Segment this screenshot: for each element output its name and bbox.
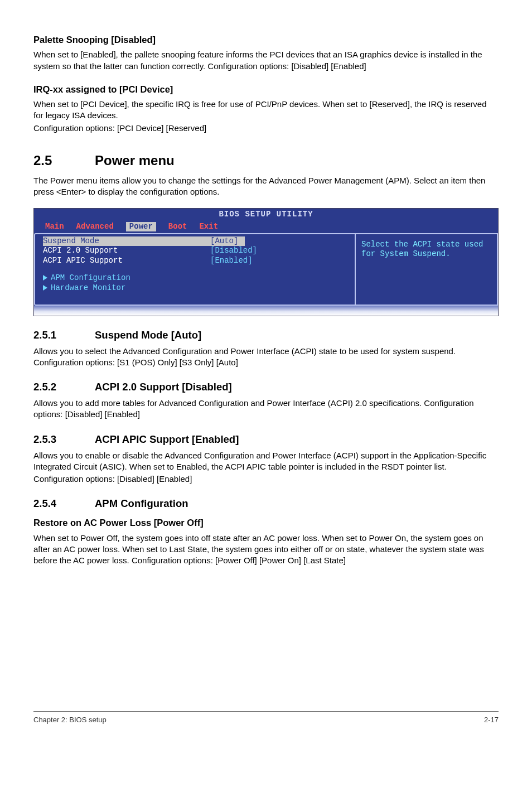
heading-2-5-1: 2.5.1Suspend Mode [Auto] xyxy=(33,328,499,342)
title-2-5-2: ACPI 2.0 Support [Disabled] xyxy=(95,381,232,393)
bios-sub-hwmon[interactable]: Hardware Monitor xyxy=(35,283,355,293)
footer-right: 2-17 xyxy=(484,715,499,725)
body-irq-1: When set to [PCI Device], the specific I… xyxy=(33,99,499,122)
heading-2-5-3: 2.5.3ACPI APIC Support [Enabled] xyxy=(33,433,499,447)
bios-row-acpiapic[interactable]: ACPI APIC Support [Enabled] xyxy=(35,256,355,266)
bios-row-suspend-label: Suspend Mode xyxy=(43,236,210,247)
bios-help-pane: Select the ACPI state used for System Su… xyxy=(356,233,498,306)
bios-tab-main[interactable]: Main xyxy=(45,222,64,232)
body-restore-ac: When set to Power Off, the system goes i… xyxy=(33,533,499,567)
body-2-5-2: Allows you to add more tables for Advanc… xyxy=(33,398,499,421)
footer-left: Chapter 2: BIOS setup xyxy=(33,715,107,725)
section-2-5-text: Power menu xyxy=(95,153,175,168)
bios-tab-advanced[interactable]: Advanced xyxy=(76,222,114,232)
bios-row-acpiapic-label: ACPI APIC Support xyxy=(43,256,210,266)
bios-row-acpiapic-value: [Enabled] xyxy=(210,256,253,266)
body-2-5-1: Allows you to select the Advanced Config… xyxy=(33,346,499,369)
triangle-right-icon xyxy=(43,285,47,291)
bios-titlebar: BIOS SETUP UTILITY xyxy=(34,209,498,221)
bios-row-acpi20-value: [Disabled] xyxy=(210,246,257,256)
num-2-5-1: 2.5.1 xyxy=(33,328,95,342)
num-2-5-3: 2.5.3 xyxy=(33,433,95,447)
title-2-5-3: ACPI APIC Support [Enabled] xyxy=(95,433,239,445)
section-2-5-intro: The Power menu items allow you to change… xyxy=(33,175,499,198)
bios-tab-boot[interactable]: Boot xyxy=(168,222,187,232)
section-2-5-title: 2.5Power menu xyxy=(33,152,499,170)
bios-row-suspend-value: [Auto] xyxy=(210,236,245,247)
bios-tab-exit[interactable]: Exit xyxy=(199,222,218,232)
bios-tabs: Main Advanced Power Boot Exit xyxy=(34,221,498,233)
heading-2-5-4: 2.5.4APM Configuration xyxy=(33,497,499,511)
bios-sub-apm-label: APM Configuration xyxy=(51,273,130,282)
body-irq-2: Configuration options: [PCI Device] [Res… xyxy=(33,123,499,134)
bios-row-suspend[interactable]: Suspend Mode [Auto] xyxy=(35,236,355,247)
bios-left-pane: Suspend Mode [Auto] ACPI 2.0 Support [Di… xyxy=(34,233,356,306)
body-palette: When set to [Enabled], the pallete snoop… xyxy=(33,49,499,72)
heading-irq: IRQ-xx assigned to [PCI Device] xyxy=(33,83,499,95)
bios-sub-hwmon-label: Hardware Monitor xyxy=(51,283,125,292)
bios-title-banner: BIOS SETUP UTILITY xyxy=(34,210,498,220)
title-2-5-1: Suspend Mode [Auto] xyxy=(95,329,201,341)
bios-sub-apm[interactable]: APM Configuration xyxy=(35,273,355,283)
bios-row-acpi20[interactable]: ACPI 2.0 Support [Disabled] xyxy=(35,246,355,256)
heading-palette: Palette Snooping [Disabled] xyxy=(33,33,499,46)
heading-2-5-2: 2.5.2ACPI 2.0 Support [Disabled] xyxy=(33,380,499,394)
title-2-5-4: APM Configuration xyxy=(95,497,188,509)
bios-window: BIOS SETUP UTILITY Main Advanced Power B… xyxy=(33,208,499,316)
heading-restore-ac: Restore on AC Power Loss [Power Off] xyxy=(33,516,499,529)
triangle-right-icon xyxy=(43,275,47,281)
body-2-5-3-a: Allows you to enable or disable the Adva… xyxy=(33,450,499,473)
bios-help-text: Select the ACPI state used for System Su… xyxy=(361,240,483,259)
num-2-5-2: 2.5.2 xyxy=(33,380,95,394)
body-2-5-3-b: Configuration options: [Disabled] [Enabl… xyxy=(33,474,499,485)
page-footer: Chapter 2: BIOS setup 2-17 xyxy=(33,711,499,725)
section-2-5-num: 2.5 xyxy=(33,152,95,170)
num-2-5-4: 2.5.4 xyxy=(33,497,95,511)
bios-fade xyxy=(34,306,498,316)
bios-body: Suspend Mode [Auto] ACPI 2.0 Support [Di… xyxy=(34,233,498,306)
bios-row-acpi20-label: ACPI 2.0 Support xyxy=(43,246,210,256)
bios-tab-power[interactable]: Power xyxy=(126,222,156,232)
